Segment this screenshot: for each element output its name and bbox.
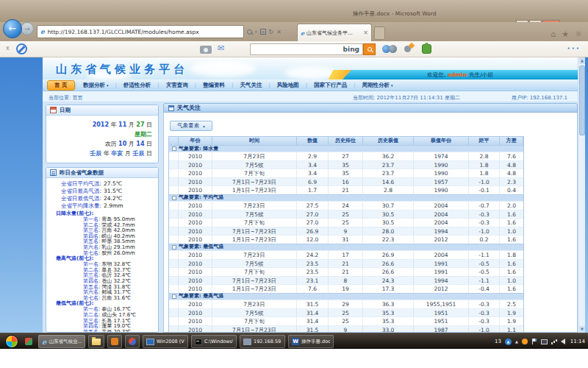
- site-title: 山东省气候业务平台: [56, 63, 188, 77]
- table-row[interactable]: 20107月5候3.43523.719901.84.8: [169, 160, 523, 169]
- table-row[interactable]: 20107月23日2.92736.219742.87.6: [169, 152, 523, 160]
- table-row[interactable]: 20107月下旬31.42535.31951-0.31.9: [169, 316, 523, 325]
- taskbar-clock[interactable]: 11:14: [570, 339, 585, 344]
- speaker-icon[interactable]: [561, 339, 565, 344]
- refresh-icon[interactable]: ↻: [269, 29, 274, 35]
- taskbar-button-rdp[interactable]: 192.168.59.99...: [240, 335, 285, 348]
- table-row[interactable]: 20107月5候27.02530.52004-0.31.6: [169, 210, 523, 219]
- taskbar-button-cmd[interactable]: C:\Windows\s...: [191, 335, 237, 348]
- table-group-row[interactable]: 气象要素: 最低气温: [169, 244, 523, 250]
- table-row[interactable]: 20101月1日~7月23日1.7212.81990-0.10.4: [169, 185, 523, 194]
- nav-item-5[interactable]: 整编资料: [196, 81, 232, 90]
- tools-gear-icon[interactable]: ☼: [575, 29, 582, 39]
- table-row[interactable]: 20107月下旬3.43523.719901.84.8: [169, 169, 523, 177]
- welcome-username: admin: [448, 71, 467, 78]
- table-row[interactable]: 20101月1日~7月23日7.61917.32012-0.41.6: [169, 284, 523, 293]
- table-group-row[interactable]: 气象要素: 平均气温: [169, 194, 523, 201]
- table-row[interactable]: 20107月5候23.52126.61991-0.51.6: [169, 259, 523, 268]
- table-group-row[interactable]: 气象要素: 降水量: [169, 145, 523, 152]
- table-cell: 22.3: [363, 236, 414, 244]
- favorites-star-icon[interactable]: ★: [562, 29, 569, 39]
- scrollbar-thumb[interactable]: [579, 66, 585, 135]
- table-cell: 25: [329, 219, 363, 227]
- nav-item-3[interactable]: 舒适性分析: [117, 81, 158, 90]
- element-filter-button[interactable]: 气象要素 ▴: [170, 121, 212, 131]
- table-group-row[interactable]: 气象要素: 最高气温: [169, 293, 523, 300]
- tray-app-icon[interactable]: ▲: [505, 339, 512, 345]
- action-center-flag-icon[interactable]: [531, 339, 537, 344]
- bing-search-input[interactable]: bing: [250, 43, 363, 55]
- ie-icon: e: [42, 338, 46, 346]
- weather-stats-panel: 昨日全省气象数据 全省日平均气温:27.5℃全省日最高气温:31.5℃全省日最低…: [46, 167, 159, 333]
- home-icon[interactable]: ⌂: [551, 29, 556, 39]
- table-cell: 3.4: [297, 169, 329, 177]
- table-row[interactable]: 20107月1日~7月23日6.91614.61957-1.02.3: [169, 177, 523, 186]
- nav-item-1[interactable]: 首 页: [47, 80, 75, 91]
- taskbar-button-orange[interactable]: [107, 335, 122, 348]
- table-row[interactable]: 20107月1日~7月23日23.1824.31994-1.11.0: [169, 276, 523, 285]
- nav-item-9[interactable]: 周期性分析▾: [356, 81, 400, 90]
- table-cell: 2010: [179, 227, 212, 236]
- forward-button[interactable]: →: [21, 22, 34, 35]
- taskbar-button-media[interactable]: [125, 335, 140, 348]
- rank-item: 第六名:乳山 29.1mm: [46, 244, 158, 250]
- taskbar-button-word[interactable]: W操作手册.docx ...: [288, 335, 334, 348]
- rank-item: 第五名:菏泽 31.8℃: [46, 283, 158, 289]
- back-button[interactable]: ←: [3, 19, 22, 38]
- table-row[interactable]: 20107月5候31.42535.31951-0.31.9: [169, 308, 523, 317]
- nav-item-2[interactable]: 数据分析▾: [76, 81, 115, 90]
- network-icon[interactable]: [551, 339, 557, 344]
- table-cell: 7月下旬: [212, 317, 297, 325]
- table-cell: 23.5: [297, 268, 329, 276]
- page-scrollbar[interactable]: ▲ ▼: [578, 57, 585, 333]
- table-cell: 0.4: [500, 186, 523, 194]
- new-tab-button[interactable]: [374, 26, 385, 40]
- browser-tab[interactable]: e 山东省气候业务平... ×: [297, 24, 372, 41]
- highlight-icon[interactable]: [404, 46, 411, 52]
- table-row[interactable]: 20107月23日27.52430.72004-0.72.0: [169, 201, 523, 210]
- binoculars-icon[interactable]: [382, 45, 397, 54]
- table-cell: 2010: [179, 219, 212, 227]
- taskbar-button-monitor[interactable]: Win2008 (VS2...: [143, 335, 188, 348]
- table-row[interactable]: 20107月23日24.21726.92004-1.11.8: [169, 250, 523, 259]
- scrollbar-down-icon[interactable]: ▼: [579, 326, 585, 333]
- tray-expand-icon[interactable]: ▲: [515, 339, 518, 344]
- search-icon[interactable]: [247, 29, 252, 35]
- nav-item-4[interactable]: 灾害查询: [159, 81, 195, 90]
- monitor-icon: [146, 339, 154, 345]
- table-row[interactable]: 20107月1日~7月23日26.9928.01994-1.01.0: [169, 227, 523, 236]
- table-row[interactable]: 20107月下旬27.02530.52004-0.31.6: [169, 218, 523, 227]
- addon-puzzle-icon[interactable]: [422, 44, 431, 54]
- address-bar[interactable]: e http://192.168.137.1/GLCCLIMATE/module…: [37, 25, 244, 38]
- toolbar-close-icon[interactable]: x: [6, 45, 10, 52]
- table-row[interactable]: 20107月23日31.52936.31955,1951-0.32.5: [169, 300, 523, 308]
- column-header: 历史极值: [363, 137, 414, 145]
- mail-icon[interactable]: ✉: [218, 43, 224, 53]
- stop-icon[interactable]: ×: [276, 29, 282, 35]
- tray-orange-icon[interactable]: [522, 339, 528, 344]
- nav-item-8[interactable]: 国家下行产品: [307, 81, 354, 90]
- search-dropdown-icon[interactable]: ▾: [255, 29, 257, 34]
- checkbox[interactable]: [172, 294, 176, 299]
- nav-item-6[interactable]: 天气关注: [233, 81, 268, 90]
- nav-item-7[interactable]: 风险地图: [270, 81, 306, 90]
- checkbox[interactable]: [172, 245, 176, 250]
- table-row[interactable]: 20101月1日~7月23日12.03122.320120.21.6: [169, 235, 523, 244]
- tab-close-icon[interactable]: ×: [363, 29, 368, 36]
- quick-launch-icon[interactable]: [25, 338, 32, 345]
- weather-panel-body: 全省日平均气温:27.5℃全省日最高气温:31.5℃全省日最低气温:24.2℃全…: [46, 178, 158, 333]
- toolbar-overflow-icon[interactable]: •••: [567, 46, 581, 52]
- table-cell: -1.1: [469, 277, 500, 285]
- computer-icon[interactable]: [541, 339, 548, 344]
- bing-search-button[interactable]: [363, 43, 376, 55]
- scrollbar-up-icon[interactable]: ▲: [579, 57, 585, 64]
- camera-icon[interactable]: [200, 46, 212, 54]
- start-button[interactable]: [5, 335, 18, 348]
- table-row[interactable]: 20107月1日~7月23日31.5933.01987-1.01.1: [169, 325, 523, 333]
- checkbox[interactable]: [172, 146, 176, 151]
- compatibility-icon[interactable]: [260, 29, 266, 35]
- taskbar-button-ie[interactable]: e山东省气候业...: [38, 335, 85, 348]
- checkbox[interactable]: [172, 196, 176, 200]
- table-row[interactable]: 20107月下旬23.52126.61991-0.51.6: [169, 267, 523, 276]
- taskbar-button-folder[interactable]: [88, 335, 104, 348]
